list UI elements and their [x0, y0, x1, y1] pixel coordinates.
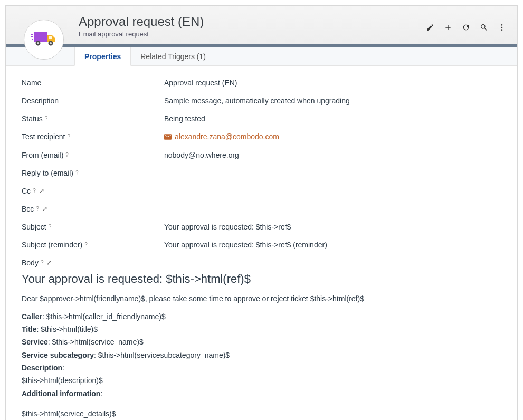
more-button[interactable] — [494, 20, 510, 35]
field-body-label: Body ? ⤢ — [22, 257, 164, 268]
field-status: Status ? Being tested — [22, 113, 501, 124]
field-subject-reminder-value: Your approval is requested: $this->ref$ … — [164, 240, 501, 250]
field-subject-value: Your approval is requested: $this->ref$ — [164, 222, 501, 232]
envelope-icon — [164, 134, 172, 140]
search-button[interactable] — [476, 20, 492, 35]
field-cc-value — [164, 186, 501, 196]
page-header: Approval request (EN) Email approval req… — [6, 6, 517, 44]
field-subject-reminder: Subject (reminder) ? Your approval is re… — [22, 240, 501, 250]
field-status-value: Being tested — [164, 113, 501, 124]
svg-rect-8 — [32, 39, 33, 40]
truck-icon — [31, 30, 57, 50]
test-recipient-email-link[interactable]: alexandre.zana@combodo.com — [164, 131, 279, 142]
svg-point-10 — [501, 27, 503, 28]
help-icon[interactable]: ? — [84, 240, 88, 250]
edit-button[interactable] — [422, 20, 438, 35]
field-reply-to: Reply to (email) ? — [22, 168, 501, 178]
body-subcategory-line: Service subcategory: $this->html(service… — [22, 350, 501, 360]
toolbar — [422, 20, 510, 35]
field-subject-label: Subject ? — [22, 222, 164, 232]
svg-rect-1 — [49, 36, 52, 39]
field-bcc-value — [164, 204, 501, 214]
help-icon[interactable]: ? — [49, 222, 52, 232]
field-reply-to-label: Reply to (email) ? — [22, 168, 164, 178]
svg-rect-7 — [31, 36, 33, 37]
help-icon[interactable]: ? — [41, 257, 44, 268]
svg-rect-0 — [34, 32, 47, 42]
page-subtitle: Email approval request — [79, 30, 204, 38]
field-description: Description Sample message, automaticall… — [22, 96, 501, 106]
expand-icon[interactable]: ⤢ — [46, 257, 52, 268]
new-button[interactable] — [440, 20, 456, 35]
field-test-recipient: Test recipient ? alexandre.zana@combodo.… — [22, 131, 501, 142]
page-title: Approval request (EN) — [79, 14, 204, 29]
field-from: From (email) ? nobody@no.where.org — [22, 150, 501, 160]
help-icon[interactable]: ? — [65, 150, 69, 160]
help-icon[interactable]: ? — [75, 168, 79, 178]
refresh-icon — [462, 23, 470, 32]
field-test-recipient-label: Test recipient ? — [22, 131, 164, 142]
refresh-button[interactable] — [458, 20, 474, 35]
svg-point-11 — [501, 29, 503, 31]
body-heading: Your approval is requested: $this->html(… — [22, 272, 501, 286]
field-from-label: From (email) ? — [22, 150, 164, 160]
object-icon-wrap — [24, 20, 64, 60]
help-icon[interactable]: ? — [36, 204, 39, 214]
field-subject: Subject ? Your approval is requested: $t… — [22, 222, 501, 232]
field-description-label: Description — [22, 96, 164, 106]
body-additional-label-line: Additional information: — [22, 388, 501, 399]
body-service-details-line: $this->html(service_details)$ — [22, 408, 501, 419]
field-name-value: Approval request (EN) — [164, 78, 501, 88]
search-icon — [480, 23, 488, 32]
page-container: Approval request (EN) Email approval req… — [5, 5, 518, 420]
svg-point-9 — [501, 24, 503, 26]
tab-related-triggers[interactable]: Related Triggers (1) — [131, 47, 215, 65]
field-description-value: Sample message, automatically created wh… — [164, 96, 501, 106]
body-intro: Dear $approver->html(friendlyname)$, ple… — [22, 293, 501, 304]
body-caller-line: Caller: $this->html(caller_id_friendlyna… — [22, 311, 501, 322]
field-name-label: Name — [22, 78, 164, 88]
pencil-icon — [426, 23, 434, 32]
field-bcc-label: Bcc ? ⤢ — [22, 204, 164, 214]
field-body: Body ? ⤢ — [22, 257, 501, 268]
plus-icon — [444, 23, 452, 32]
properties-panel: Name Approval request (EN) Description S… — [6, 66, 517, 420]
body-description-value-line: $this->html(description)$ — [22, 375, 501, 386]
body-service-line: Service: $this->html(service_name)$ — [22, 337, 501, 347]
body-preview: Your approval is requested: $this->html(… — [22, 272, 501, 421]
body-description-label-line: Description: — [22, 362, 501, 373]
header-titles: Approval request (EN) Email approval req… — [79, 11, 204, 38]
expand-icon[interactable]: ⤢ — [42, 204, 47, 214]
field-cc-label: Cc ? ⤢ — [22, 186, 164, 196]
body-title-line: Title: $this->html(title)$ — [22, 324, 501, 335]
more-vert-icon — [498, 23, 506, 32]
field-reply-to-value — [164, 168, 501, 178]
help-icon[interactable]: ? — [67, 131, 70, 142]
svg-point-3 — [37, 42, 39, 44]
field-from-value: nobody@no.where.org — [164, 150, 501, 160]
field-name: Name Approval request (EN) — [22, 78, 501, 88]
expand-icon[interactable]: ⤢ — [39, 186, 44, 196]
svg-rect-6 — [31, 34, 33, 35]
help-icon[interactable]: ? — [33, 186, 36, 196]
field-status-label: Status ? — [22, 113, 164, 124]
help-icon[interactable]: ? — [45, 113, 48, 124]
field-cc: Cc ? ⤢ — [22, 186, 501, 196]
field-subject-reminder-label: Subject (reminder) ? — [22, 240, 164, 250]
tabs-bar: Properties Related Triggers (1) — [6, 47, 517, 66]
tab-properties[interactable]: Properties — [74, 47, 131, 66]
field-bcc: Bcc ? ⤢ — [22, 204, 501, 214]
svg-point-5 — [50, 42, 52, 44]
